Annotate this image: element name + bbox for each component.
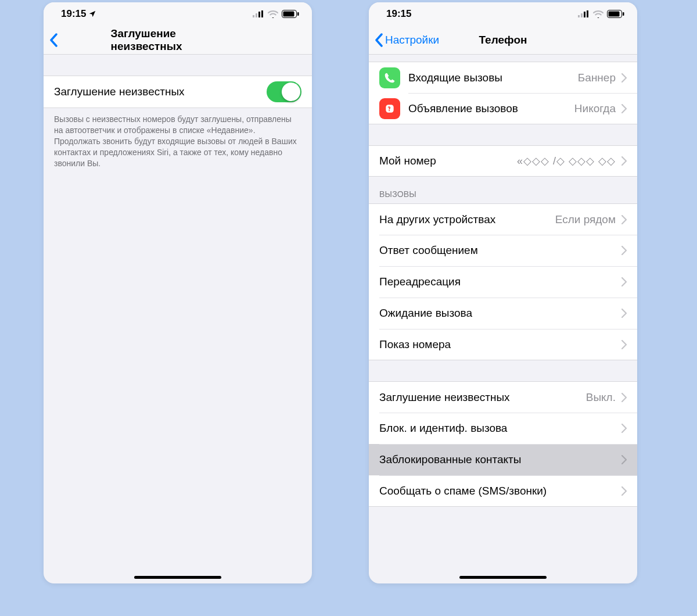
row-forwarding[interactable]: Переадресация [369,266,637,298]
row-announce-calls[interactable]: Объявление вызовов Никогда [369,93,637,124]
toggle-label: Заглушение неизвестных [54,85,267,98]
chevron-right-icon [621,309,627,318]
row-label: Заблокированные контакты [379,453,621,466]
svg-rect-0 [253,15,254,17]
row-call-waiting[interactable]: Ожидание вызова [369,298,637,329]
home-indicator[interactable] [459,576,547,579]
status-bar: 19:15 [44,2,312,26]
row-block-identify[interactable]: Блок. и идентиф. вызова [369,413,637,444]
row-silence-toggle[interactable]: Заглушение неизвестных [44,76,312,108]
chevron-right-icon [621,246,627,255]
svg-rect-5 [283,12,294,17]
footnote-text: Вызовы с неизвестных номеров будут заглу… [44,108,312,169]
row-value: Никогда [574,102,616,115]
wifi-icon [268,10,278,18]
battery-icon [607,10,624,18]
svg-point-15 [389,110,390,111]
back-label: Настройки [385,34,439,46]
svg-rect-3 [261,10,263,17]
row-value: Выкл. [586,391,616,404]
page-title: Телефон [479,34,527,46]
chevron-right-icon [621,215,627,224]
chevron-right-icon [621,73,627,83]
phone-screen-silence: 19:15 Заглушение неизвестных Заглушение … [44,2,312,583]
chevron-left-icon [49,33,58,47]
chevron-right-icon [621,393,627,402]
chevron-right-icon [621,156,627,166]
chevron-right-icon [621,104,627,113]
row-label: Сообщать о спаме (SMS/звонки) [379,485,621,497]
toggle-switch[interactable] [267,81,301,102]
chevron-right-icon [621,340,627,349]
incoming-call-icon [379,67,400,88]
wifi-icon [593,10,603,18]
svg-rect-7 [578,15,580,17]
row-label: Показ номера [379,338,621,351]
announce-icon [379,98,400,119]
row-blocked-contacts[interactable]: Заблокированные контакты [369,444,637,475]
row-value: Баннер [578,71,616,84]
cellular-icon [578,10,590,17]
row-label: Мой номер [379,155,517,167]
row-other-devices[interactable]: На других устройствах Если рядом [369,203,637,235]
home-indicator[interactable] [134,576,221,579]
row-reply-message[interactable]: Ответ сообщением [369,235,637,266]
row-label: Заглушение неизвестных [379,391,586,404]
battery-icon [282,10,299,18]
svg-rect-1 [256,13,257,17]
chevron-right-icon [621,424,627,433]
svg-rect-8 [581,13,583,17]
row-label: Переадресация [379,275,621,288]
row-label: Ответ сообщением [379,244,621,257]
phone-screen-telephone: 19:15 Настройки Телефон Входящие вызовы … [369,2,637,583]
row-label: На других устройствах [379,213,555,226]
row-label: Объявление вызовов [408,102,574,115]
row-silence-unknown[interactable]: Заглушение неизвестных Выкл. [369,381,637,413]
nav-bar: Заглушение неизвестных [44,26,312,55]
cellular-icon [253,10,264,17]
status-bar: 19:15 [369,2,637,26]
row-label: Ожидание вызова [379,307,621,320]
chevron-right-icon [621,277,627,286]
svg-rect-10 [587,10,588,17]
chevron-right-icon [621,455,627,464]
svg-rect-12 [609,12,620,17]
row-value: Если рядом [555,213,616,226]
status-time: 19:15 [61,8,86,20]
row-value: «◇◇◇ /◇ ◇◇◇ ◇◇ [517,155,616,167]
svg-rect-13 [623,12,624,16]
section-header-calls: ВЫЗОВЫ [369,177,637,203]
row-my-number[interactable]: Мой номер «◇◇◇ /◇ ◇◇◇ ◇◇ [369,145,637,177]
page-title: Заглушение неизвестных [111,27,245,53]
back-button[interactable]: Настройки [375,33,439,47]
svg-rect-6 [297,12,299,16]
row-show-number[interactable]: Показ номера [369,329,637,360]
back-button[interactable] [49,33,58,47]
row-incoming-calls[interactable]: Входящие вызовы Баннер [369,62,637,93]
location-icon [88,10,96,18]
nav-bar: Настройки Телефон [369,26,637,55]
status-time: 19:15 [386,8,411,20]
row-label: Блок. и идентиф. вызова [379,422,621,435]
svg-rect-9 [584,12,585,17]
chevron-left-icon [375,33,383,47]
svg-rect-2 [258,12,260,17]
row-label: Входящие вызовы [408,71,578,84]
row-report-spam[interactable]: Сообщать о спаме (SMS/звонки) [369,475,637,507]
chevron-right-icon [621,486,627,496]
